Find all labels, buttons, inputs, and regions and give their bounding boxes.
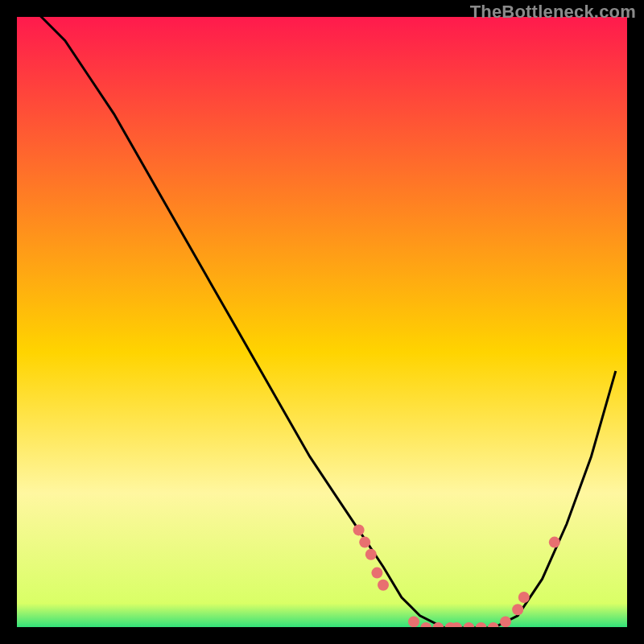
bottleneck-chart [16,16,628,628]
data-marker [378,580,389,591]
data-marker [371,568,382,579]
data-marker [549,537,560,548]
data-marker [353,524,365,535]
data-marker [512,604,523,615]
watermark-text: TheBottleneck.com [470,2,636,23]
data-marker [359,537,370,548]
data-marker [365,549,377,560]
data-marker [518,592,530,603]
data-marker [500,616,511,627]
gradient-background [16,16,628,628]
data-marker [408,616,419,627]
